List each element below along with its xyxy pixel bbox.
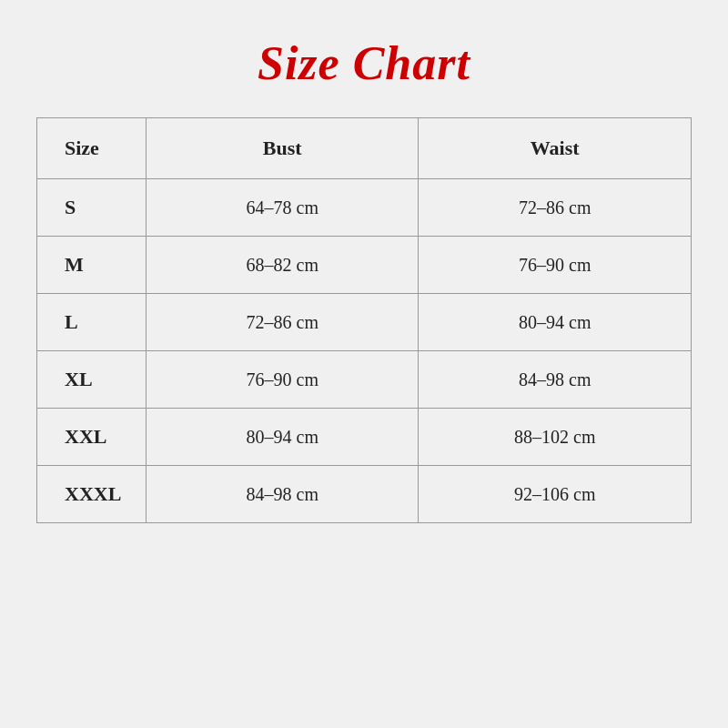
cell-bust: 76–90 cm (146, 351, 418, 409)
cell-size: XXL (37, 409, 147, 466)
col-header-bust: Bust (146, 118, 418, 179)
cell-size: L (37, 294, 147, 351)
cell-bust: 72–86 cm (146, 294, 418, 351)
table-header: Size Bust Waist (37, 118, 692, 179)
cell-bust: 80–94 cm (146, 409, 418, 466)
table-body: S64–78 cm72–86 cmM68–82 cm76–90 cmL72–86… (37, 179, 692, 523)
table-row: M68–82 cm76–90 cm (37, 237, 692, 294)
cell-waist: 92–106 cm (419, 466, 692, 523)
cell-bust: 64–78 cm (146, 179, 418, 237)
page-container: Size Chart Size Bust Waist S64–78 cm72–8… (0, 0, 728, 728)
cell-waist: 80–94 cm (419, 294, 692, 351)
header-row: Size Bust Waist (37, 118, 692, 179)
cell-bust: 84–98 cm (146, 466, 418, 523)
table-row: L72–86 cm80–94 cm (37, 294, 692, 351)
table-row: XL76–90 cm84–98 cm (37, 351, 692, 409)
cell-waist: 88–102 cm (419, 409, 692, 466)
page-title: Size Chart (258, 36, 470, 90)
cell-size: M (37, 237, 147, 294)
size-chart-table: Size Bust Waist S64–78 cm72–86 cmM68–82 … (36, 117, 692, 523)
cell-size: XL (37, 351, 147, 409)
col-header-size: Size (37, 118, 147, 179)
cell-waist: 76–90 cm (419, 237, 692, 294)
table-row: XXL80–94 cm88–102 cm (37, 409, 692, 466)
col-header-waist: Waist (419, 118, 692, 179)
table-row: S64–78 cm72–86 cm (37, 179, 692, 237)
cell-waist: 72–86 cm (419, 179, 692, 237)
table-row: XXXL84–98 cm92–106 cm (37, 466, 692, 523)
cell-bust: 68–82 cm (146, 237, 418, 294)
cell-size: S (37, 179, 147, 237)
cell-waist: 84–98 cm (419, 351, 692, 409)
cell-size: XXXL (37, 466, 147, 523)
